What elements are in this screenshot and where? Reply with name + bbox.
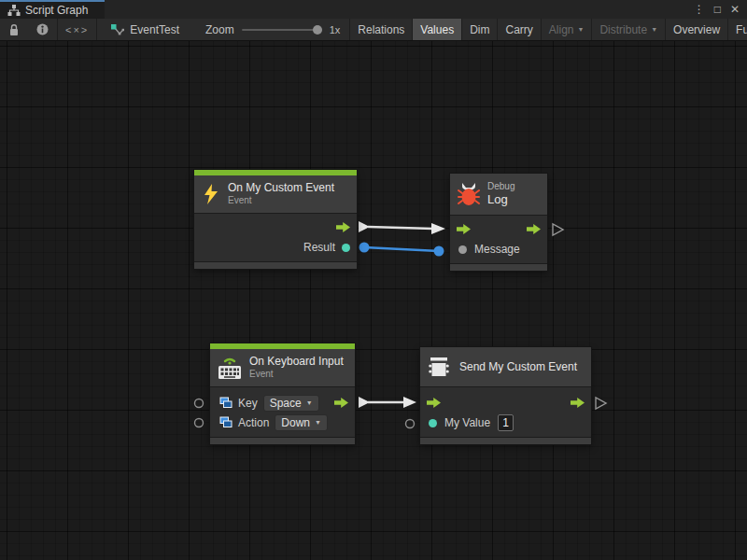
graph-asset-icon (110, 23, 124, 36)
chevron-down-icon: ▼ (578, 26, 585, 33)
trigger-output-port[interactable] (571, 398, 585, 408)
keyboard-input-icon (218, 356, 242, 380)
wire-trigger-customevent-to-log[interactable] (359, 221, 445, 234)
port-label-key: Key (238, 397, 258, 410)
unconnected-trigger-indicator-sendevent[interactable] (596, 398, 606, 409)
tab-bar-spacer (105, 0, 694, 19)
lightning-bolt-icon (202, 184, 220, 204)
distribute-label: Distribute (599, 23, 647, 36)
node-title: Log (487, 192, 514, 207)
zoom-slider-track (242, 29, 322, 31)
info-icon (36, 23, 49, 35)
port-label-result: Result (303, 241, 335, 254)
script-graph-window: Script Graph ⋮ □ ✕ <×> (0, 0, 747, 560)
node-title: On Keyboard Input (249, 355, 344, 369)
wire-trigger-keyboard-to-sendevent[interactable] (359, 397, 416, 408)
node-header: On Keyboard Input Event (210, 349, 355, 386)
trigger-output-port[interactable] (527, 224, 541, 234)
action-dropdown-value: Down (281, 416, 310, 429)
graph-canvas[interactable]: On My Custom Event Event Result (0, 41, 747, 560)
my-value-input[interactable]: 1 (498, 414, 514, 431)
trigger-input-port[interactable] (427, 398, 441, 408)
node-footer (420, 438, 591, 444)
full-screen-button[interactable]: Full Screen (728, 19, 747, 40)
value-input-port-message[interactable] (458, 245, 467, 254)
node-body: My Value 1 (420, 386, 591, 438)
unconnected-port-indicator-action[interactable] (195, 419, 204, 427)
port-label-message: Message (474, 243, 520, 256)
node-on-my-custom-event[interactable]: On My Custom Event Event Result (194, 170, 357, 269)
zoom-value: 1x (330, 24, 341, 35)
node-header: Send My Custom Event (420, 347, 591, 386)
window-controls: ⋮ □ ✕ (694, 0, 747, 19)
node-send-my-custom-event[interactable]: Send My Custom Event My Value 1 (420, 347, 591, 444)
tab-title: Script Graph (25, 4, 88, 17)
node-surtitle: Debug (487, 181, 514, 193)
action-dropdown[interactable]: Down ▼ (275, 414, 328, 431)
carry-button[interactable]: Carry (498, 19, 540, 40)
inspect-button[interactable] (28, 19, 57, 40)
enum-type-icon (219, 416, 233, 428)
node-footer (194, 262, 357, 269)
chevron-down-icon: ▼ (651, 26, 657, 33)
relations-button[interactable]: Relations (350, 19, 412, 40)
zoom-control: Zoom 1x (189, 19, 349, 40)
trigger-output-port[interactable] (336, 222, 350, 232)
wire-value-result-to-message[interactable] (359, 243, 444, 257)
node-title: On My Custom Event (228, 181, 334, 195)
node-body: Result (194, 213, 357, 262)
zoom-label: Zoom (205, 23, 234, 36)
dim-button[interactable]: Dim (462, 19, 497, 40)
distribute-dropdown[interactable]: Distribute ▼ (592, 19, 665, 40)
align-dropdown[interactable]: Align ▼ (542, 19, 592, 40)
tab-bar: Script Graph ⋮ □ ✕ (0, 0, 747, 19)
lock-icon (8, 23, 20, 36)
node-footer (210, 438, 355, 444)
node-debug-log[interactable]: Debug Log Message (450, 174, 547, 271)
value-output-port-result[interactable] (342, 244, 350, 252)
trigger-output-port[interactable] (334, 398, 348, 408)
graph-toolbar: <×> EventTest Zoom 1x Relations Values (0, 19, 747, 41)
edit-source-button[interactable]: <×> (58, 19, 96, 40)
tab-script-graph[interactable]: Script Graph (0, 0, 105, 19)
key-dropdown-value: Space (270, 397, 302, 410)
value-input-port-my-value[interactable] (429, 419, 437, 427)
node-header: On My Custom Event Event (194, 175, 357, 213)
unconnected-port-indicator-myvalue[interactable] (406, 420, 415, 428)
graph-breadcrumb[interactable]: EventTest (97, 19, 189, 40)
close-icon[interactable]: ✕ (730, 4, 740, 15)
window-menu-icon[interactable]: ⋮ (694, 4, 705, 15)
port-label-action: Action (238, 416, 269, 429)
wire-layer (0, 41, 747, 560)
graph-name: EventTest (130, 23, 179, 36)
node-body: Key Space ▼ Action (210, 386, 355, 438)
graph-icon (7, 5, 21, 16)
node-body: Message (450, 215, 547, 264)
trigger-input-port[interactable] (457, 224, 471, 234)
node-title: Send My Custom Event (459, 360, 577, 374)
node-on-keyboard-input[interactable]: On Keyboard Input Event Key Space ▼ (210, 343, 355, 444)
node-subtitle: Event (249, 369, 344, 381)
unconnected-port-indicator-key[interactable] (195, 399, 204, 408)
port-label-my-value: My Value (444, 416, 490, 429)
enum-type-icon (219, 397, 233, 409)
toolbar-right-group: Relations Values Dim Carry Align ▼ Distr… (349, 19, 747, 40)
lock-button[interactable] (0, 19, 28, 40)
zoom-slider-handle[interactable] (313, 25, 322, 35)
values-button[interactable]: Values (413, 19, 461, 40)
chevron-down-icon: ▼ (315, 419, 321, 426)
align-label: Align (549, 23, 574, 36)
zoom-slider[interactable] (242, 25, 322, 35)
chevron-down-icon: ▼ (306, 399, 313, 406)
unconnected-trigger-indicator-log[interactable] (553, 224, 563, 235)
overview-button[interactable]: Overview (666, 19, 727, 40)
node-subtitle: Event (228, 195, 334, 207)
custom-event-machine-icon (428, 357, 452, 377)
node-header: Debug Log (450, 174, 547, 215)
node-footer (450, 264, 547, 271)
key-dropdown[interactable]: Space ▼ (263, 395, 319, 412)
maximize-icon[interactable]: □ (714, 4, 721, 15)
debug-bug-icon (458, 182, 480, 206)
